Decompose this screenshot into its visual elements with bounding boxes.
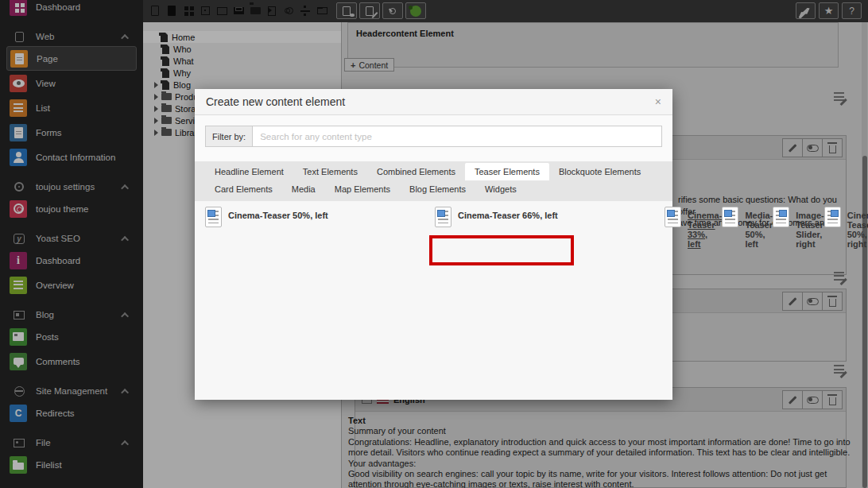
content-element-list: Cinema-Teaser 50%, left Cinema-Teaser 66… [195, 201, 672, 400]
filter-input[interactable] [252, 126, 662, 147]
tab-teaser-elements[interactable]: Teaser Elements [465, 163, 549, 180]
content-type-tabs: Headline Element Text Elements Combined … [195, 161, 672, 201]
list-item-media-teaser-50-left[interactable]: Media-Teaser 50%, left [722, 207, 773, 238]
tab-blog-elements[interactable]: Blog Elements [400, 180, 475, 198]
tab-widgets[interactable]: Widgets [475, 180, 526, 198]
list-item-image-teaser-slider-right[interactable]: Image-Teaser Slider, right [773, 207, 823, 238]
new-content-element-modal: Create new content element × Filter by: … [195, 89, 672, 400]
modal-title: Create new content element [206, 95, 345, 108]
tab-combined-elements[interactable]: Combined Elements [367, 163, 465, 180]
tab-blockquote-elements[interactable]: Blockquote Elements [549, 163, 650, 180]
teaser-layout-icon [824, 207, 841, 227]
modal-header: Create new content element × [195, 89, 672, 115]
filter-group: Filter by: [205, 126, 662, 147]
list-item-cinema-teaser-50-left[interactable]: Cinema-Teaser 50%, left [205, 207, 435, 238]
teaser-layout-icon [435, 207, 451, 227]
teaser-layout-icon [722, 207, 738, 227]
tab-headline-element[interactable]: Headline Element [205, 163, 293, 180]
tab-card-elements[interactable]: Card Elements [205, 180, 282, 198]
list-item-cinema-teaser-50-right[interactable]: Cinema-Teaser 50%, right [824, 207, 868, 238]
teaser-layout-icon [205, 207, 222, 227]
tab-media[interactable]: Media [282, 180, 325, 198]
tab-text-elements[interactable]: Text Elements [293, 163, 367, 180]
filter-label: Filter by: [205, 126, 252, 147]
teaser-layout-icon [665, 207, 681, 227]
teaser-layout-icon [773, 207, 789, 227]
close-icon[interactable]: × [655, 96, 661, 107]
list-item-cinema-teaser-33-left[interactable]: Cinema-Teaser 33%, left [665, 207, 722, 238]
typo3-backend: Dashboard Web Page View List Forms Conta… [0, 0, 868, 488]
tab-map-elements[interactable]: Map Elements [325, 180, 400, 198]
list-item-cinema-teaser-66-left[interactable]: Cinema-Teaser 66%, left [435, 207, 665, 238]
